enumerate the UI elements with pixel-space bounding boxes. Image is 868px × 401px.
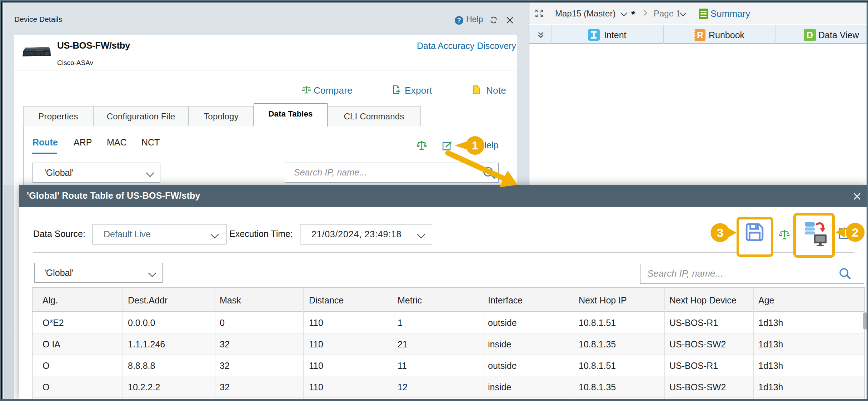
svg-text:2: 2 xyxy=(852,226,859,239)
svg-text:1: 1 xyxy=(472,139,478,152)
svg-text:D: D xyxy=(807,30,813,40)
svg-text:R: R xyxy=(697,30,703,40)
svg-text:3: 3 xyxy=(717,226,724,239)
